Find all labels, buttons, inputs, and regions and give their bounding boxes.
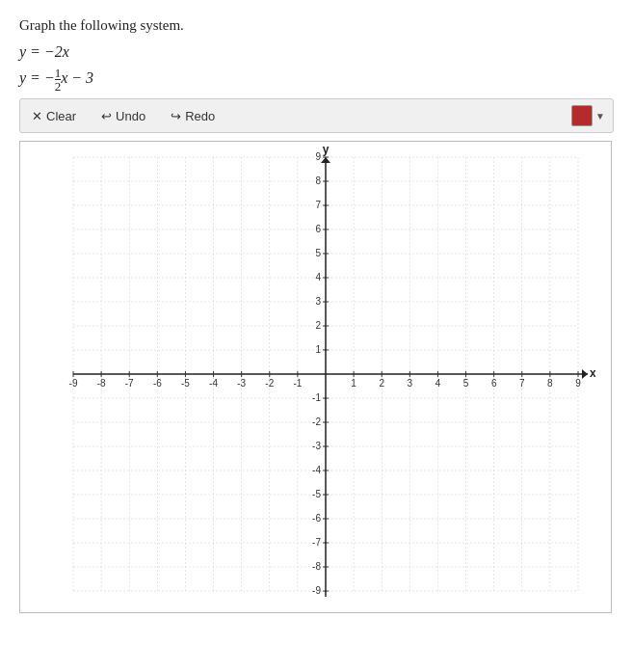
undo-label: Undo [116,109,145,123]
redo-button[interactable]: ↪ Redo [167,107,219,125]
undo-icon: ↩ [101,109,112,123]
color-dropdown-arrow[interactable]: ▼ [595,111,605,121]
clear-button[interactable]: ✕ Clear [28,107,80,125]
toolbar: ✕ Clear ↩ Undo ↪ Redo ▼ [19,98,614,133]
color-swatch[interactable] [571,105,593,126]
graph-container [19,141,612,613]
graph-area[interactable] [37,146,595,608]
equation-1: y = −2x [19,43,614,61]
redo-icon: ↪ [171,109,181,123]
clear-label: Clear [46,109,76,123]
clear-icon: ✕ [32,109,42,123]
instruction-text: Graph the following system. [19,17,614,34]
equation-2: y = −12x − 3 [19,67,614,93]
redo-label: Redo [185,109,215,123]
undo-button[interactable]: ↩ Undo [97,107,149,125]
